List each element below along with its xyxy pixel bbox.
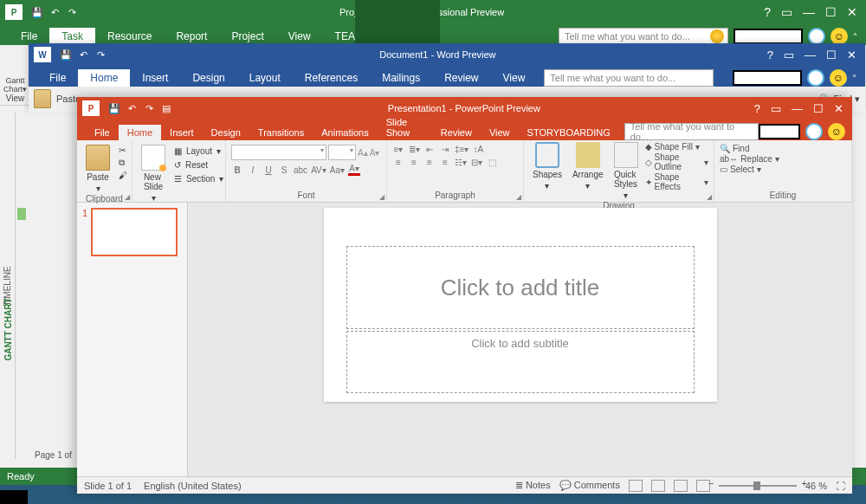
new-slide-button[interactable]: New Slide▾ xyxy=(138,145,169,203)
minimize-icon[interactable]: — xyxy=(803,5,815,19)
ribbon-options-icon[interactable]: ▭ xyxy=(771,102,781,115)
change-case-button[interactable]: Aa▾ xyxy=(330,165,345,175)
help-icon[interactable]: ? xyxy=(767,48,773,61)
maximize-icon[interactable]: ☐ xyxy=(813,102,824,115)
ring-icon[interactable] xyxy=(808,28,825,45)
tab-view[interactable]: View xyxy=(491,69,538,87)
account-box[interactable] xyxy=(759,124,800,139)
save-icon[interactable]: 💾 xyxy=(107,103,122,114)
feedback-smiley-icon[interactable]: ☺ xyxy=(830,28,848,45)
redo-icon[interactable]: ↷ xyxy=(141,103,157,114)
tell-me-search[interactable]: Tell me what you want to do... xyxy=(544,69,714,87)
reset-button[interactable]: ↺ Reset xyxy=(172,158,225,171)
font-color-button[interactable]: A▾ xyxy=(348,164,360,176)
tab-view[interactable]: View xyxy=(481,125,519,140)
dialog-launcher-icon[interactable]: ◢ xyxy=(707,193,712,201)
language-indicator[interactable]: English (United States) xyxy=(144,481,242,491)
tab-home[interactable]: Home xyxy=(119,125,161,140)
reading-view-icon[interactable] xyxy=(674,480,688,492)
tab-insert[interactable]: Insert xyxy=(161,125,203,140)
feedback-smiley-icon[interactable]: ☺ xyxy=(830,69,847,87)
help-icon[interactable]: ? xyxy=(764,5,771,19)
zoom-level[interactable]: 46 % xyxy=(805,481,827,491)
save-icon[interactable]: 💾 xyxy=(29,7,45,18)
decrease-indent-button[interactable]: ⇤ xyxy=(423,145,436,154)
notes-button[interactable]: ≣ Notes xyxy=(515,480,551,491)
close-icon[interactable]: ✕ xyxy=(847,5,857,19)
redo-icon[interactable]: ↷ xyxy=(64,7,80,18)
slide-thumbnail[interactable]: 1 xyxy=(82,208,182,256)
ring-icon[interactable] xyxy=(807,69,824,87)
bullets-button[interactable]: ≡▾ xyxy=(392,145,404,154)
select-button[interactable]: ▭ Select ▾ xyxy=(720,165,846,174)
undo-icon[interactable]: ↶ xyxy=(47,7,62,18)
feedback-smiley-icon[interactable]: ☺ xyxy=(828,123,845,140)
find-button[interactable]: 🔍 Find xyxy=(720,144,846,153)
bold-button[interactable]: B xyxy=(231,165,243,175)
undo-icon[interactable]: ↶ xyxy=(75,49,91,61)
sorter-view-icon[interactable] xyxy=(651,480,665,492)
spacing-button[interactable]: AV▾ xyxy=(311,165,326,175)
tab-mailings[interactable]: Mailings xyxy=(370,69,432,87)
text-direction-button[interactable]: ↕A xyxy=(472,145,484,154)
undo-icon[interactable]: ↶ xyxy=(124,103,139,114)
smartart-button[interactable]: ⬚ xyxy=(486,158,498,167)
dialog-launcher-icon[interactable]: ◢ xyxy=(516,193,521,201)
copy-icon[interactable]: ⧉ xyxy=(117,157,129,169)
normal-view-icon[interactable] xyxy=(629,480,643,492)
ribbon-options-icon[interactable]: ▭ xyxy=(781,5,792,19)
tab-storyboarding[interactable]: STORYBOARDING xyxy=(519,125,619,140)
arrange-button[interactable]: Arrange▾ xyxy=(569,142,607,191)
paste-button[interactable]: Paste▾ xyxy=(82,145,113,193)
line-spacing-button[interactable]: ‡≡▾ xyxy=(455,145,469,154)
redo-icon[interactable]: ↷ xyxy=(93,49,108,61)
start-slideshow-icon[interactable]: ▤ xyxy=(158,103,174,114)
cut-icon[interactable]: ✂ xyxy=(117,145,129,156)
tab-layout[interactable]: Layout xyxy=(237,69,293,87)
tab-task[interactable]: Task xyxy=(49,28,95,45)
tab-animations[interactable]: Animations xyxy=(313,125,377,140)
close-icon[interactable]: ✕ xyxy=(847,48,856,61)
tab-design[interactable]: Design xyxy=(180,69,236,87)
minimize-icon[interactable]: — xyxy=(792,102,803,115)
align-left-button[interactable]: ≡ xyxy=(392,158,404,167)
align-center-button[interactable]: ≡ xyxy=(408,158,420,167)
maximize-icon[interactable]: ☐ xyxy=(825,5,837,19)
underline-button[interactable]: U xyxy=(262,165,275,175)
italic-button[interactable]: I xyxy=(247,165,259,175)
save-icon[interactable]: 💾 xyxy=(58,49,74,61)
collapse-ribbon-icon[interactable]: ˄ xyxy=(853,32,857,42)
font-size-select[interactable] xyxy=(328,145,356,160)
zoom-slider[interactable] xyxy=(719,485,797,487)
tab-review[interactable]: Review xyxy=(432,125,481,140)
shadow-button[interactable]: abc xyxy=(294,165,307,175)
format-painter-icon[interactable]: 🖌 xyxy=(117,170,129,181)
tab-insert[interactable]: Insert xyxy=(130,69,180,87)
shape-effects-button[interactable]: ✦ Shape Effects ▾ xyxy=(645,172,709,191)
tab-review[interactable]: Review xyxy=(432,69,490,87)
slide-canvas[interactable]: Click to add title Click to add subtitle xyxy=(188,203,852,476)
tab-report[interactable]: Report xyxy=(164,28,219,45)
ribbon-options-icon[interactable]: ▭ xyxy=(784,48,794,61)
shapes-button[interactable]: Shapes▾ xyxy=(529,142,565,191)
tab-file[interactable]: File xyxy=(9,28,49,45)
collapse-ribbon-icon[interactable]: ˄ xyxy=(852,74,856,83)
grow-font-icon[interactable]: A▴ xyxy=(358,148,368,158)
comments-button[interactable]: 💬 Comments xyxy=(559,480,620,491)
shrink-font-icon[interactable]: A▾ xyxy=(370,148,380,158)
section-button[interactable]: ☰ Section ▾ xyxy=(172,172,225,185)
tab-file[interactable]: File xyxy=(86,125,119,140)
tab-project[interactable]: Project xyxy=(219,28,275,45)
quick-styles-button[interactable]: Quick Styles▾ xyxy=(611,142,642,200)
title-placeholder[interactable]: Click to add title xyxy=(346,246,695,329)
dialog-launcher-icon[interactable]: ◢ xyxy=(379,193,385,201)
shape-fill-button[interactable]: ◆ Shape Fill ▾ xyxy=(645,142,709,152)
align-right-button[interactable]: ≡ xyxy=(423,158,436,167)
layout-button[interactable]: ▦ Layout ▾ xyxy=(172,145,225,158)
subtitle-placeholder[interactable]: Click to add subtitle xyxy=(346,331,695,393)
increase-indent-button[interactable]: ⇥ xyxy=(439,145,451,154)
replace-button[interactable]: ab↔ Replace ▾ xyxy=(720,154,846,164)
help-icon[interactable]: ? xyxy=(754,102,760,115)
numbering-button[interactable]: ≣▾ xyxy=(408,145,420,154)
maximize-icon[interactable]: ☐ xyxy=(826,48,837,61)
